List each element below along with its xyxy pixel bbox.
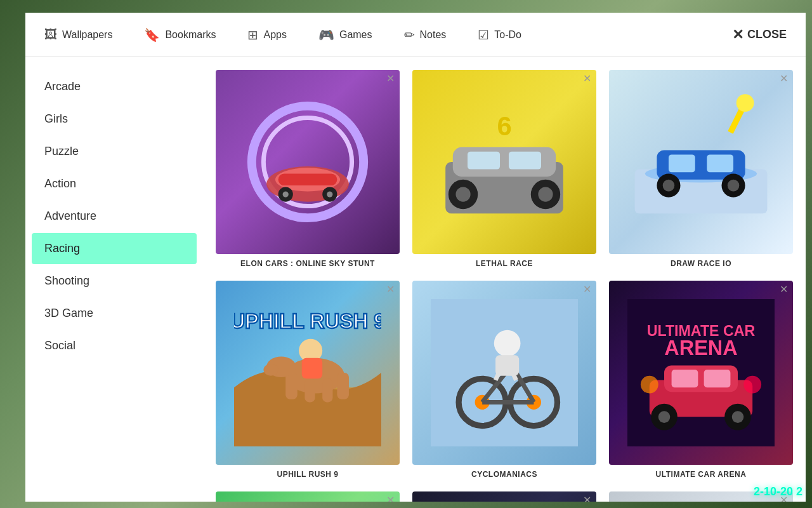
game-remove-draw-race-io[interactable]: ✕ [780, 74, 788, 84]
game-card-uphill-rush-9[interactable]: ✕ [216, 281, 400, 479]
nav-notes[interactable]: ✏ Notes [398, 24, 453, 46]
game-title-draw-race-io: DRAW RACE IO [671, 259, 731, 268]
svg-point-8 [327, 191, 332, 197]
svg-rect-4 [278, 174, 337, 186]
sidebar-item-3dgame[interactable]: 3D Game [32, 298, 197, 329]
svg-rect-38 [302, 358, 322, 378]
svg-point-26 [728, 180, 740, 192]
games-icon: 🎮 [318, 27, 334, 43]
svg-rect-22 [707, 154, 733, 172]
sidebar-social-label: Social [44, 339, 75, 352]
nav-todo-label: To-Do [494, 29, 521, 41]
main-panel: 🖼 Wallpapers 🔖 Bookmarks ⊞ Apps 🎮 Games … [25, 13, 806, 502]
sidebar-racing-label: Racing [44, 242, 80, 255]
svg-rect-34 [337, 373, 349, 399]
close-label: CLOSE [747, 28, 787, 41]
nav-todo[interactable]: ☑ To-Do [471, 24, 528, 46]
sidebar-girls-label: Girls [44, 112, 68, 125]
sidebar-item-puzzle[interactable]: Puzzle [32, 136, 197, 167]
close-button[interactable]: ✕ CLOSE [726, 23, 793, 46]
game-thumb-draw-race-io: ✕ [609, 70, 793, 254]
game-card-lethal-race[interactable]: ✕ 6 LETHAL RACE [412, 70, 596, 268]
game-remove-ultimate-car-arena[interactable]: ✕ [780, 284, 788, 295]
game-remove-cyclomaniacs[interactable]: ✕ [583, 284, 591, 295]
svg-rect-58 [704, 370, 731, 387]
sidebar-action-label: Action [44, 177, 76, 190]
sidebar-3dgame-label: 3D Game [44, 307, 93, 319]
game-remove-extreme-cycling[interactable]: ✕ [386, 495, 395, 502]
game-card-real-car-pro-racing[interactable]: ✕ REAL CAR PRO RACING [412, 491, 596, 502]
game-card-extreme-cycling[interactable]: ✕ [216, 491, 400, 502]
nav-wallpapers[interactable]: 🖼 Wallpapers [38, 24, 119, 45]
sidebar-item-adventure[interactable]: Adventure [32, 201, 197, 232]
nav-bookmarks[interactable]: 🔖 Bookmarks [138, 24, 222, 46]
game-card-cyclomaniacs[interactable]: ✕ [412, 281, 596, 479]
game-remove-uphill-rush-9[interactable]: ✕ [386, 284, 395, 295]
svg-point-7 [283, 191, 289, 197]
nav-notes-label: Notes [420, 29, 447, 41]
sidebar-item-shooting[interactable]: Shooting [32, 265, 197, 297]
nav-games[interactable]: 🎮 Games [312, 24, 379, 46]
game-title-uphill-rush-9: UPHILL RUSH 9 [277, 470, 339, 479]
game-card-draw-race-io[interactable]: ✕ [609, 70, 793, 268]
sidebar-item-girls[interactable]: Girls [32, 104, 197, 135]
svg-point-16 [538, 187, 553, 201]
sidebar-item-racing[interactable]: Racing [32, 233, 197, 264]
close-x-icon: ✕ [732, 27, 743, 43]
svg-point-28 [737, 94, 754, 112]
nav-apps[interactable]: ⊞ Apps [241, 24, 292, 46]
nav-apps-label: Apps [263, 29, 286, 41]
game-thumb-cyclomaniacs: ✕ [412, 281, 596, 465]
sidebar-shooting-label: Shooting [44, 274, 89, 287]
svg-point-15 [455, 187, 470, 201]
nav-wallpapers-label: Wallpapers [62, 29, 112, 41]
content-area: Arcade Girls Puzzle Action Adventure Rac… [25, 57, 806, 502]
bookmarks-icon: 🔖 [144, 27, 160, 43]
sidebar-item-arcade[interactable]: Arcade [32, 71, 197, 102]
game-title-lethal-race: LETHAL RACE [476, 259, 533, 268]
sidebar-item-social[interactable]: Social [32, 330, 197, 361]
svg-point-48 [494, 330, 521, 357]
game-remove-lethal-race[interactable]: ✕ [583, 74, 591, 84]
svg-point-36 [263, 364, 278, 376]
svg-point-63 [641, 376, 658, 394]
nav-bar: 🖼 Wallpapers 🔖 Bookmarks ⊞ Apps 🎮 Games … [25, 13, 806, 57]
game-thumb-elon-cars: ✕ [216, 70, 400, 254]
svg-rect-31 [285, 373, 298, 399]
apps-icon: ⊞ [247, 27, 258, 43]
nav-games-label: Games [339, 29, 372, 41]
todo-icon: ☑ [478, 27, 489, 43]
game-title-ultimate-car-arena: ULTIMATE CAR ARENA [656, 470, 747, 479]
sidebar-item-action[interactable]: Action [32, 168, 197, 199]
svg-text:ARENA: ARENA [664, 337, 737, 359]
svg-rect-32 [304, 378, 315, 402]
sidebar-arcade-label: Arcade [44, 80, 81, 93]
games-area: ✕ ELON CARS : ONLI [203, 57, 806, 502]
game-thumb-real-car-pro-racing: ✕ REAL CAR PRO RACING [412, 491, 596, 502]
game-title-cyclomaniacs: CYCLOMANIACS [471, 470, 537, 479]
sidebar-adventure-label: Adventure [44, 210, 96, 222]
svg-text:6: 6 [497, 111, 511, 141]
svg-point-25 [663, 180, 675, 192]
svg-point-64 [743, 376, 761, 394]
game-thumb-lethal-race: ✕ 6 [412, 70, 596, 254]
datetime-display: 2-10-20 2 [754, 485, 802, 498]
sidebar-puzzle-label: Puzzle [44, 145, 79, 157]
svg-rect-11 [468, 152, 500, 170]
game-card-ultimate-car-arena[interactable]: ✕ ULTIMATE CAR ARENA [609, 281, 793, 479]
game-remove-real-car-pro-racing[interactable]: ✕ [583, 495, 591, 502]
game-title-elon-cars: ELON CARS : ONLINE SKY STUNT [240, 259, 375, 268]
game-remove-elon-cars[interactable]: ✕ [386, 74, 395, 84]
svg-rect-57 [672, 370, 698, 387]
svg-rect-21 [669, 154, 695, 172]
game-card-elon-cars[interactable]: ✕ ELON CARS : ONLI [216, 70, 400, 268]
svg-rect-12 [509, 152, 541, 170]
notes-icon: ✏ [404, 27, 415, 43]
sidebar: Arcade Girls Puzzle Action Adventure Rac… [25, 57, 203, 502]
svg-rect-33 [322, 378, 332, 402]
nav-bookmarks-label: Bookmarks [165, 29, 216, 41]
svg-text:UPHILL RUSH 9: UPHILL RUSH 9 [234, 310, 381, 333]
svg-point-61 [658, 411, 671, 423]
game-thumb-ultimate-car-arena: ✕ ULTIMATE CAR ARENA [609, 281, 793, 465]
svg-point-62 [732, 411, 744, 423]
